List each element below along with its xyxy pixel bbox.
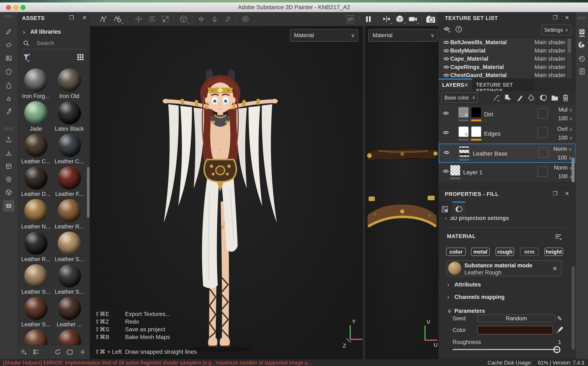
layer-row-selected[interactable]: Leather Base Norm∨ 100∨	[439, 144, 576, 163]
layer-color-swatch[interactable]	[471, 126, 481, 137]
layers-scrollbar-thumb[interactable]	[572, 157, 574, 182]
layer-color-swatch[interactable]	[471, 107, 481, 118]
tab-layers[interactable]: LAYERS ✕	[439, 78, 472, 91]
radial-symmetry-icon[interactable]	[222, 14, 233, 24]
asset-item[interactable]: Iron Forg...	[19, 68, 53, 100]
shader-settings-icon[interactable]	[3, 187, 15, 198]
undock-panel-icon[interactable]: ❐	[553, 191, 557, 196]
color-swatch[interactable]	[477, 326, 553, 335]
list-view-icon[interactable]	[32, 348, 40, 356]
asset-item[interactable]: Leather R...	[19, 231, 53, 263]
asset-item[interactable]: Leather C...	[19, 133, 53, 166]
assets-scrollbar[interactable]	[87, 167, 90, 218]
seed-random-button[interactable]: Random	[477, 314, 556, 322]
smart-mask-icon[interactable]	[538, 93, 548, 103]
asset-item[interactable]: Leather S...	[19, 296, 53, 329]
texture-set-row[interactable]: CapeRings_Material Main shader	[439, 63, 572, 71]
channels-mapping-group-header[interactable]: ›Channels mapping	[447, 294, 505, 300]
eraser-tool[interactable]	[3, 39, 15, 51]
asset-item[interactable]: Leather S...	[53, 231, 86, 263]
asset-item[interactable]	[53, 329, 86, 345]
2d-uv-viewport[interactable]: Material ∨ V U	[365, 26, 438, 359]
close-panel-icon[interactable]: ✕	[82, 15, 87, 20]
visibility-eye-icon[interactable]	[443, 73, 450, 77]
clone-stamp-tool[interactable]	[3, 92, 15, 104]
channel-button[interactable]: nrm	[520, 248, 539, 256]
lazy-mouse-settings-icon[interactable]: ⌄	[112, 14, 123, 24]
log-notes-icon[interactable]	[579, 68, 586, 75]
add-effect-wand-icon[interactable]	[492, 93, 501, 103]
layer-row[interactable]: Dirt Mul∨ 100∨	[439, 105, 576, 124]
asset-item[interactable]: Leather N...	[19, 198, 53, 231]
3d-viewport[interactable]: Material ∨	[90, 26, 363, 359]
visibility-eye-icon[interactable]	[443, 65, 450, 69]
properties-scrollbar-thumb[interactable]	[572, 266, 575, 349]
filter-funnel-icon[interactable]	[23, 53, 31, 62]
blend-mode-select[interactable]: Norm∨	[553, 146, 572, 152]
library-selector[interactable]: › All libraries	[17, 27, 90, 37]
status-error-message[interactable]: [Shader Helpers] ERROR: Implementation l…	[3, 359, 312, 366]
undock-panel-icon[interactable]: ❐	[553, 15, 557, 20]
layer-content-thumbnail[interactable]	[459, 146, 469, 157]
texture-set-shader[interactable]: Main shader	[535, 56, 565, 62]
mirror-symmetry-icon[interactable]	[196, 14, 206, 24]
blend-mode-select[interactable]: Mul∨	[558, 107, 573, 113]
pause-engine-icon[interactable]	[363, 14, 374, 24]
layer-row[interactable]: Layer 1 Norm∨ 100∨	[439, 163, 576, 182]
texture-set-shader[interactable]: Main shader	[535, 72, 565, 78]
polygon-fill-tool[interactable]	[3, 66, 15, 77]
visibility-eye-icon[interactable]	[443, 57, 450, 61]
asset-item[interactable]: Leather R...	[53, 198, 86, 231]
blend-mode-select[interactable]: Norm∨	[554, 165, 573, 171]
smudge-tool[interactable]	[3, 79, 15, 91]
asset-item[interactable]: Iron Old	[53, 68, 86, 100]
asset-item[interactable]: Leather D...	[19, 166, 53, 198]
close-panel-icon[interactable]: ✕	[565, 191, 569, 196]
paint-brush-tool[interactable]	[3, 25, 15, 37]
layer-visibility-icon[interactable]	[443, 111, 449, 115]
assets-shelf-icon[interactable]	[3, 200, 15, 212]
asset-item[interactable]: Jade	[19, 100, 53, 133]
close-panel-icon[interactable]: ✕	[565, 15, 569, 20]
texture-set-shader[interactable]: Main shader	[535, 48, 565, 54]
visibility-eye-icon[interactable]	[443, 40, 450, 45]
move-gizmo-icon[interactable]	[133, 14, 144, 24]
geometry-mask-cube-icon[interactable]: ⌄	[178, 14, 189, 24]
hide-selection-icon[interactable]	[345, 14, 356, 24]
attributes-group-header[interactable]: ›Attributes	[447, 282, 481, 288]
add-smart-material-icon[interactable]	[504, 93, 513, 103]
3d-shading-mode-select[interactable]: Material ∨	[290, 29, 358, 42]
3d-view-cube-icon[interactable]: ⌄	[394, 14, 405, 24]
texture-set-row[interactable]: Cape_Material Main shader	[439, 55, 572, 63]
layer-mask-slot[interactable]	[537, 128, 548, 138]
opacity-select[interactable]: 100∨	[558, 135, 573, 141]
display-settings-icon[interactable]	[579, 28, 586, 35]
screenshot-camera-icon[interactable]	[425, 14, 436, 24]
projection-tool[interactable]	[3, 52, 15, 64]
texture-set-settings-button[interactable]: Settings ∨	[541, 24, 571, 35]
texture-set-row[interactable]: BodyMaterial Main shader	[439, 47, 572, 55]
parameters-group-header[interactable]: ∨Parameters	[447, 308, 485, 314]
texture-set-shader[interactable]: Main shader	[535, 39, 565, 46]
search-input[interactable]	[36, 40, 85, 47]
asset-item[interactable]: Leather ...	[53, 296, 86, 329]
properties-tab-settings[interactable]	[439, 201, 451, 217]
reset-rotation-icon[interactable]	[240, 14, 251, 24]
straighten-stroke-icon[interactable]	[98, 14, 109, 24]
grid-view-icon[interactable]	[77, 53, 84, 61]
properties-tab-material[interactable]	[452, 201, 465, 217]
opacity-select[interactable]: 100∨	[558, 154, 572, 161]
fill-layer-bucket-icon[interactable]	[526, 93, 536, 103]
remove-material-icon[interactable]: ✕	[552, 265, 557, 272]
texture-set-scrollbar-thumb[interactable]	[568, 39, 571, 53]
opacity-select[interactable]: 100∨	[558, 115, 573, 122]
layer-visibility-icon[interactable]	[443, 130, 449, 135]
new-folder-icon[interactable]	[66, 348, 74, 356]
roughness-slider-track[interactable]	[452, 349, 558, 350]
shader-sphere-icon[interactable]	[579, 41, 586, 48]
layer-row[interactable]: Edges Ovrl∨ 100∨	[439, 124, 576, 144]
asset-item[interactable]: Leather S...	[19, 263, 53, 296]
bake-maps-icon[interactable]	[3, 160, 15, 172]
material-mode-box[interactable]: Substance material mode Leather Rough ✕	[446, 260, 561, 276]
import-resources-icon[interactable]	[3, 147, 15, 159]
